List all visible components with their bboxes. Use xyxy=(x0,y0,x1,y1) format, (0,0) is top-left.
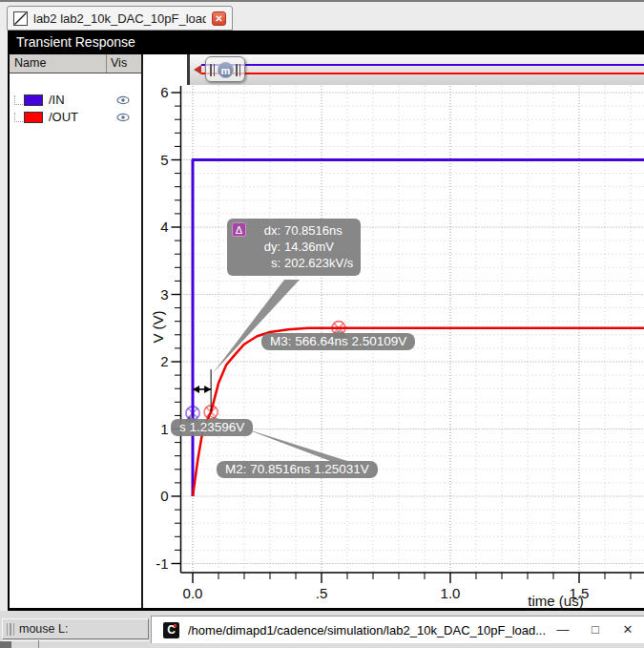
marker-label-m1[interactable]: s 1.23596V xyxy=(171,419,253,436)
signal-panel: Name Vis /IN /OUT xyxy=(10,54,143,608)
tab-transient-response[interactable]: lab2 lab2_10k_DAC_10pF_load sc... ✕ xyxy=(7,6,233,31)
waveform-window: Name Vis /IN /OUT m xyxy=(8,54,644,611)
delta-dx-value: 70.8516ns xyxy=(284,222,353,239)
tree-branch-icon xyxy=(14,113,23,122)
tab-title: lab2 lab2_10k_DAC_10pF_load sc... xyxy=(33,11,206,26)
visibility-eye-icon[interactable] xyxy=(116,95,130,105)
svg-text:0: 0 xyxy=(160,488,168,504)
delta-dy-value: 14.36mV xyxy=(284,239,353,255)
signal-name[interactable]: /IN xyxy=(49,93,116,107)
delta-slope-label: s: xyxy=(255,255,280,271)
signal-panel-header: Name Vis xyxy=(10,54,141,73)
tab-close-icon[interactable]: ✕ xyxy=(212,11,226,26)
signal-color-swatch[interactable] xyxy=(24,94,43,106)
marker-label-m2[interactable]: M2: 70.8516ns 1.25031V xyxy=(217,461,378,478)
svg-text:.5: .5 xyxy=(316,585,328,601)
tree-branch-icon xyxy=(14,95,23,105)
window-top-edge xyxy=(0,0,644,2)
mouse-binding-bar: mouse L: xyxy=(2,618,149,639)
svg-text:4: 4 xyxy=(160,219,168,235)
maximize-button[interactable]: □ xyxy=(579,617,612,643)
status-bar-area: mouse L: C /home/dimapd1/cadence/simulat… xyxy=(0,611,644,648)
column-header-vis[interactable]: Vis xyxy=(107,54,141,73)
signal-row-out[interactable]: /OUT xyxy=(10,109,141,125)
plot-window-icon xyxy=(13,11,28,26)
status-substrip xyxy=(2,640,149,647)
delta-icon: Δ xyxy=(232,222,246,237)
signal-color-swatch[interactable] xyxy=(24,112,43,123)
marker-label-m3[interactable]: M3: 566.64ns 2.50109V xyxy=(261,333,415,350)
corner-handle xyxy=(0,641,11,648)
x-axis-title: time (us) xyxy=(515,593,596,609)
status-divider xyxy=(38,640,39,648)
svg-text:-1: -1 xyxy=(156,555,168,572)
delta-dy-label: dy: xyxy=(255,239,280,255)
minimize-button[interactable]: — xyxy=(547,617,579,643)
svg-text:6: 6 xyxy=(160,84,168,100)
svg-text:5: 5 xyxy=(160,152,168,168)
delta-marker-tooltip[interactable]: Δ dx: 70.8516ns dy: 14.36mV s: 202.623kV… xyxy=(227,219,361,276)
signal-name[interactable]: /OUT xyxy=(49,110,116,124)
close-button[interactable]: ✕ xyxy=(612,617,644,643)
svg-text:1: 1 xyxy=(160,421,168,437)
os-window-title: /home/dimapd1/cadence/simulation/lab2_10… xyxy=(188,623,547,638)
delta-dx-label: dx: xyxy=(255,222,280,239)
delta-measure-arrow[interactable] xyxy=(193,369,211,411)
column-header-name[interactable]: Name xyxy=(10,54,107,73)
visibility-eye-icon[interactable] xyxy=(116,113,130,122)
plot-title-bar: Transient Response xyxy=(8,31,644,54)
os-window-titlebar[interactable]: C /home/dimapd1/cadence/simulation/lab2_… xyxy=(151,616,644,643)
signal-row-in[interactable]: /IN xyxy=(10,92,141,108)
mouse-bindings-label: mouse L: xyxy=(19,622,68,636)
cadence-logo-icon: C xyxy=(163,622,179,638)
svg-text:1.0: 1.0 xyxy=(441,585,461,601)
drag-grip-icon[interactable] xyxy=(7,623,14,636)
svg-text:0.0: 0.0 xyxy=(183,585,203,601)
delta-slope-value: 202.623kV/s xyxy=(284,255,353,271)
y-axis-title: V (V) xyxy=(150,294,166,361)
